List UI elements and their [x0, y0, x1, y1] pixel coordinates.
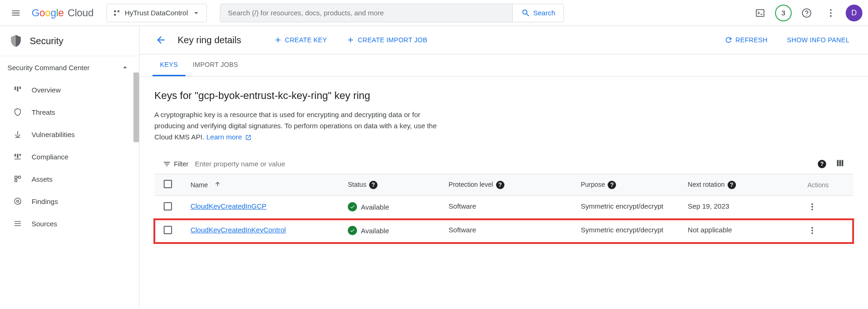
refresh-button[interactable]: REFRESH	[719, 32, 773, 48]
key-name-link[interactable]: CloudKeyCreatedInKeyControl	[191, 226, 286, 234]
sidebar-section-header[interactable]: Security Command Center	[0, 56, 139, 79]
sidebar-item-sources[interactable]: Sources	[0, 212, 139, 235]
svg-point-5	[830, 9, 832, 11]
search-button-label: Search	[533, 9, 556, 17]
description-text: A cryptographic key is a resource that i…	[154, 111, 437, 141]
content-body: Keys for "gcp-byok-entrust-kc-key-ring" …	[139, 77, 868, 309]
findings-icon	[13, 197, 22, 206]
show-info-label: SHOW INFO PANEL	[787, 36, 849, 44]
assets-icon	[13, 174, 22, 184]
back-button[interactable]	[152, 32, 169, 48]
chevron-up-icon	[120, 63, 130, 72]
description: A cryptographic key is a resource that i…	[154, 109, 452, 143]
learn-more-link[interactable]: Learn more	[206, 133, 252, 141]
external-link-icon	[245, 134, 252, 141]
svg-rect-9	[17, 86, 19, 92]
status-text: Available	[361, 227, 389, 235]
row-more-actions-icon[interactable]	[808, 226, 817, 235]
filter-icon	[163, 160, 171, 168]
svg-point-29	[811, 227, 813, 229]
col-name[interactable]: Name	[186, 174, 344, 196]
compliance-icon	[13, 152, 22, 161]
trial-badge[interactable]: 3	[775, 5, 792, 21]
row-checkbox[interactable]	[164, 202, 172, 210]
svg-rect-8	[14, 86, 16, 90]
more-options-icon[interactable]	[822, 4, 840, 22]
row-checkbox[interactable]	[164, 226, 172, 234]
sidebar-item-label: Overview	[32, 86, 61, 94]
help-icon[interactable]: ?	[728, 181, 736, 189]
page-title: Key ring details	[178, 35, 241, 46]
logo-cloud-text: Cloud	[67, 7, 93, 19]
search-input[interactable]	[220, 9, 512, 17]
svg-rect-11	[14, 154, 16, 157]
status-text: Available	[361, 203, 389, 211]
vulnerabilities-icon	[13, 130, 22, 139]
avatar-letter: D	[851, 9, 857, 17]
sidebar-item-assets[interactable]: Assets	[0, 168, 139, 190]
search-button[interactable]: Search	[512, 4, 564, 22]
row-more-actions-icon[interactable]	[808, 202, 817, 211]
sidebar-item-threats[interactable]: Threats	[0, 101, 139, 123]
topbar-actions: 3 D	[751, 4, 862, 22]
col-purpose[interactable]: Purpose?	[576, 174, 683, 196]
scrollbar[interactable]	[133, 72, 139, 189]
content-header: Key ring details CREATE KEY CREATE IMPOR…	[139, 26, 868, 54]
hamburger-menu-icon[interactable]	[6, 3, 26, 23]
badge-count: 3	[782, 9, 785, 17]
svg-point-26	[811, 204, 813, 205]
filter-help-icon[interactable]: ?	[818, 160, 826, 168]
create-key-button[interactable]: CREATE KEY	[268, 32, 333, 48]
sidebar-title: Security	[0, 26, 139, 56]
select-all-checkbox[interactable]	[164, 180, 172, 188]
protection-cell: Software	[444, 196, 576, 220]
tab-keys[interactable]: KEYS	[152, 54, 186, 76]
sidebar-item-overview[interactable]: Overview	[0, 79, 139, 101]
tab-import-jobs[interactable]: IMPORT JOBS	[186, 54, 246, 76]
cloud-shell-icon[interactable]	[751, 4, 769, 22]
sidebar-item-label: Assets	[32, 175, 53, 183]
help-icon[interactable]: ?	[608, 181, 616, 189]
svg-point-30	[811, 230, 813, 231]
sidebar-item-label: Findings	[32, 197, 58, 205]
purpose-cell: Symmetric encrypt/decrypt	[576, 219, 683, 243]
status-cell: Available	[348, 226, 439, 235]
col-protection[interactable]: Protection level?	[444, 174, 576, 196]
columns-icon[interactable]	[835, 158, 845, 169]
status-cell: Available	[348, 202, 439, 211]
create-import-job-label: CREATE IMPORT JOB	[358, 36, 427, 44]
create-key-label: CREATE KEY	[285, 36, 327, 44]
col-rotation[interactable]: Next rotation?	[683, 174, 802, 196]
sidebar-title-label: Security	[30, 36, 63, 46]
svg-rect-23	[837, 160, 838, 166]
overview-icon	[13, 85, 22, 94]
svg-rect-25	[841, 160, 843, 166]
avatar[interactable]: D	[846, 5, 862, 21]
svg-point-1	[118, 10, 120, 13]
key-name-link[interactable]: CloudKeyCreatedInGCP	[191, 202, 266, 210]
threats-icon	[13, 107, 22, 117]
col-status[interactable]: Status?	[343, 174, 444, 196]
project-picker[interactable]: HyTrust DataControl	[106, 4, 207, 22]
svg-rect-21	[14, 223, 21, 224]
svg-rect-24	[839, 160, 841, 166]
sidebar-section-label: Security Command Center	[7, 64, 90, 72]
sidebar-item-compliance[interactable]: Compliance	[0, 145, 139, 168]
svg-point-19	[17, 200, 19, 203]
tabs: KEYS IMPORT JOBS	[139, 54, 868, 77]
sidebar-item-findings[interactable]: Findings	[0, 190, 139, 212]
filter-label: Filter	[163, 160, 188, 168]
help-icon[interactable]: ?	[496, 181, 504, 189]
rotation-cell: Not applicable	[683, 219, 802, 243]
filter-input[interactable]	[195, 160, 808, 168]
help-icon[interactable]	[797, 4, 816, 22]
project-icon	[113, 9, 121, 17]
table-row: CloudKeyCreatedInGCP Available Software …	[154, 196, 853, 220]
svg-rect-17	[15, 180, 17, 182]
create-import-job-button[interactable]: CREATE IMPORT JOB	[341, 32, 433, 48]
google-cloud-logo[interactable]: Google Cloud	[32, 7, 93, 19]
sidebar-item-vulnerabilities[interactable]: Vulnerabilities	[0, 123, 139, 145]
show-info-panel-button[interactable]: SHOW INFO PANEL	[782, 33, 855, 47]
help-icon[interactable]: ?	[369, 181, 378, 189]
scrollbar-thumb[interactable]	[133, 72, 139, 142]
